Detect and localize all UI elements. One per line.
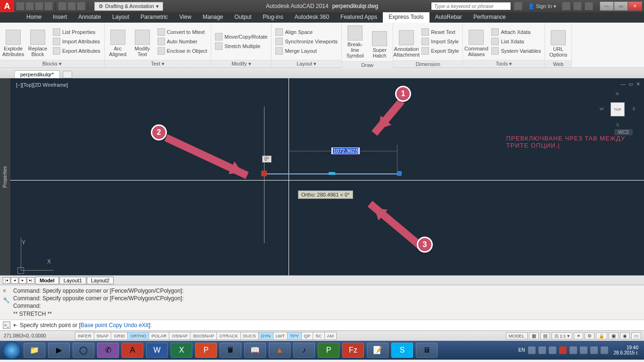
synchronize-viewports-button[interactable]: Synchronize Viewports: [273, 37, 339, 46]
list-xdata-button[interactable]: List Xdata: [489, 37, 543, 46]
layout-first-icon[interactable]: |◂: [3, 277, 10, 284]
status-toggle-3dosnap[interactable]: 3DOSNAP: [190, 332, 217, 340]
layout-tab-model[interactable]: Model: [35, 277, 59, 284]
cmd-close-icon[interactable]: ×: [3, 287, 6, 295]
workspace-switch-icon[interactable]: ⚙: [585, 332, 594, 339]
command-aliases-button[interactable]: CommandAliases: [465, 25, 487, 58]
stretch-multiple-button[interactable]: Stretch Multiple: [213, 42, 269, 50]
layout-prev-icon[interactable]: ◂: [11, 277, 18, 284]
annotation-visibility-icon[interactable]: ✶: [574, 332, 583, 339]
export-attributes-button[interactable]: Export Attributes: [51, 47, 102, 55]
status-toggle-sc[interactable]: SC: [313, 332, 324, 340]
tab-autodesk-360[interactable]: Autodesk 360: [289, 12, 335, 23]
app-logo[interactable]: A: [0, 0, 14, 12]
taskbar-calc-icon[interactable]: 🖩: [220, 343, 241, 358]
taskbar-excel-icon[interactable]: X: [171, 343, 192, 358]
workspace-selector[interactable]: ⚙ Drafting & Annotation ▾: [94, 2, 163, 11]
merge-layout-button[interactable]: Merge Layout: [273, 47, 339, 55]
isolate-objects-icon[interactable]: ◉: [620, 332, 630, 339]
status-toggle-lwt[interactable]: LWT: [273, 332, 288, 340]
signin-button[interactable]: 👤 Sign In ▾: [525, 3, 559, 9]
panel-title[interactable]: Draw: [342, 61, 393, 68]
tray-network-icon[interactable]: [538, 346, 546, 354]
tray-app2-icon[interactable]: [590, 346, 598, 354]
annotation-scale[interactable]: ⚖ 1:1 ▾: [552, 332, 573, 339]
tray-flag-icon[interactable]: [528, 346, 536, 354]
taskbar-filezilla-icon[interactable]: Fz: [342, 343, 364, 358]
layout-last-icon[interactable]: ▸|: [27, 277, 34, 284]
new-tab-button[interactable]: [63, 71, 72, 78]
layout-next-icon[interactable]: ▸: [19, 277, 26, 284]
tab-plug-ins[interactable]: Plug-ins: [257, 12, 289, 23]
viewcube[interactable]: TOP N S W E: [601, 92, 635, 126]
tab-express-tools[interactable]: Express Tools: [383, 12, 429, 23]
viewport-label[interactable]: [−][Top][2D Wireframe]: [16, 82, 68, 88]
taskbar-skype-icon[interactable]: S: [391, 343, 413, 358]
status-toggle-tpy[interactable]: TPY: [287, 332, 301, 340]
status-toggle-qp[interactable]: QP: [301, 332, 314, 340]
tab-output[interactable]: Output: [229, 12, 257, 23]
toolbar-lock-icon[interactable]: 🔒: [596, 332, 607, 339]
taskbar-mediaplayer-icon[interactable]: ▶: [48, 343, 70, 358]
reset-text-button[interactable]: Reset Text: [420, 28, 461, 36]
qat-redo-icon[interactable]: [77, 2, 85, 10]
taskbar-word-icon[interactable]: W: [146, 343, 168, 358]
hardware-accel-icon[interactable]: ▣: [609, 332, 619, 339]
tab-insert[interactable]: Insert: [47, 12, 73, 23]
tray-clock[interactable]: 19:40 28.6.2015 г.: [611, 345, 641, 355]
status-grid-icon[interactable]: ▦: [529, 332, 539, 339]
grip-midpoint[interactable]: [329, 172, 335, 175]
cmd-prompt-icon[interactable]: >_: [3, 321, 10, 329]
properties-palette-tab[interactable]: Properties: [0, 78, 10, 275]
start-button[interactable]: [3, 341, 21, 359]
drawing-canvas[interactable]: [−][Top][2D Wireframe] — ▭ ✕ TOP N S W E…: [10, 78, 644, 275]
taskbar-monitor-icon[interactable]: 🖥: [416, 343, 438, 358]
viewport-maximize-icon[interactable]: ▭: [628, 81, 633, 87]
taskbar-viber-icon[interactable]: ✆: [97, 343, 119, 358]
maximize-button[interactable]: ▭: [614, 1, 628, 11]
taskbar-vlc-icon[interactable]: ▲: [269, 343, 290, 358]
tab-performance[interactable]: Performance: [468, 12, 512, 23]
viewport-minimize-icon[interactable]: —: [620, 81, 626, 87]
taskbar-project-icon[interactable]: P: [318, 343, 339, 358]
tab-layout[interactable]: Layout: [107, 12, 135, 23]
modify-text-button[interactable]: ModifyText: [131, 25, 154, 58]
panel-title[interactable]: Web: [545, 60, 571, 67]
panel-title[interactable]: Layout ▾: [272, 60, 341, 67]
panel-title[interactable]: Modify ▾: [211, 60, 271, 67]
layout-tab-layout2[interactable]: Layout2: [87, 277, 114, 284]
url-options-button[interactable]: URLOptions: [547, 25, 570, 58]
status-toggle-ducs[interactable]: DUCS: [240, 332, 259, 340]
tab-autorebar[interactable]: AutoRebar: [429, 12, 468, 23]
status-toggle-osnap[interactable]: OSNAP: [169, 332, 190, 340]
cmd-settings-icon[interactable]: 🔧: [3, 296, 10, 304]
panel-title[interactable]: Text ▾: [105, 60, 211, 67]
qat-plot-icon[interactable]: [58, 2, 66, 10]
explode-attributes-button[interactable]: ExplodeAttributes: [2, 25, 25, 58]
help-icon[interactable]: [585, 2, 593, 10]
taskbar-explorer-icon[interactable]: 📁: [24, 343, 45, 358]
status-toggle-polar[interactable]: POLAR: [149, 332, 169, 340]
coordinates-readout[interactable]: 271.0863<0, 0.0000: [0, 333, 75, 338]
minimize-button[interactable]: —: [600, 1, 614, 11]
close-button[interactable]: ✕: [628, 1, 642, 11]
tab-home[interactable]: Home: [21, 12, 47, 23]
tray-app3-icon[interactable]: [601, 346, 608, 354]
dynamic-input[interactable]: 1072.3623: [331, 147, 360, 155]
align-space-button[interactable]: Align Space: [273, 28, 339, 36]
annotation-attachment-button[interactable]: AnnotationAttachment: [395, 25, 418, 58]
clean-screen-icon[interactable]: ▭: [631, 332, 641, 339]
tray-app1-icon[interactable]: [580, 346, 587, 354]
import-style-button[interactable]: Import Style: [420, 37, 461, 46]
import-attributes-button[interactable]: Import Attributes: [51, 37, 102, 46]
replace-block-button[interactable]: ReplaceBlock: [26, 25, 49, 58]
status-toggle-am[interactable]: AM: [324, 332, 337, 340]
exchange-icon[interactable]: [562, 2, 570, 10]
panel-title[interactable]: Dimension: [393, 60, 462, 67]
status-toggle-otrack[interactable]: OTRACK: [216, 332, 241, 340]
export-style-button[interactable]: Export Style: [420, 47, 461, 55]
auto-number-button[interactable]: Auto Number: [156, 37, 209, 46]
panel-title[interactable]: Blocks ▾: [0, 60, 104, 67]
break-line-symbol-button[interactable]: Break-lineSymbol: [344, 25, 366, 59]
taskbar-powerpoint-icon[interactable]: P: [195, 343, 217, 358]
